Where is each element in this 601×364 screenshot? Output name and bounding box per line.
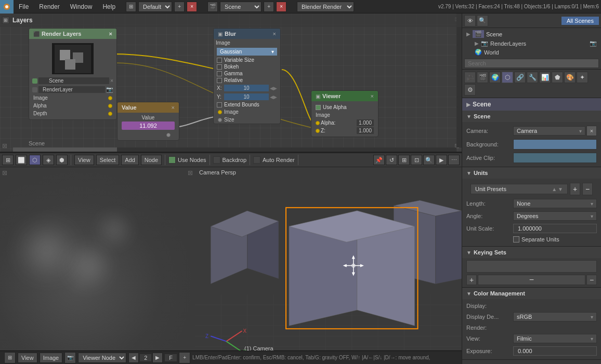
- prop-unit-scale-value[interactable]: 1.000000: [513, 224, 597, 233]
- blur-variable-checkbox[interactable]: [217, 58, 222, 63]
- node-viewport[interactable]: ⬛ Render Layers ×: [0, 14, 462, 153]
- prop-icon-data[interactable]: 📊: [539, 72, 551, 83]
- close-layout-icon[interactable]: ×: [187, 2, 197, 12]
- toolbar-more-icon[interactable]: ⋯: [448, 155, 460, 165]
- toolbar-view-btn[interactable]: View: [74, 155, 94, 165]
- layout-preset-dropdown[interactable]: Default: [138, 2, 172, 12]
- tree-world[interactable]: 🌍 World: [462, 48, 601, 57]
- toolbar-node-btn[interactable]: Node: [141, 155, 162, 165]
- unit-presets-btn[interactable]: Unit Presets ▲ ▼: [471, 184, 568, 194]
- keying-minus-btn[interactable]: −: [478, 275, 585, 285]
- f-label[interactable]: F: [165, 354, 177, 361]
- toolbar-node-type-icon[interactable]: ⬜: [16, 155, 27, 165]
- separate-units-checkbox[interactable]: [513, 236, 519, 242]
- blur-filter-type[interactable]: Gaussian ▾: [217, 48, 277, 56]
- auto-render-checkbox[interactable]: [253, 156, 260, 164]
- blur-close-icon[interactable]: ×: [273, 31, 276, 37]
- status-view-btn[interactable]: View: [18, 353, 37, 363]
- layout-icon[interactable]: ⊞: [126, 2, 136, 12]
- prop-icon-material[interactable]: ⬟: [552, 72, 563, 83]
- toolbar-grid-icon[interactable]: ⊞: [398, 155, 410, 165]
- scene-type-icon[interactable]: 🎬: [207, 2, 218, 12]
- frame-number[interactable]: 2: [140, 354, 151, 361]
- toolbar-mode-3[interactable]: ⬢: [56, 155, 68, 165]
- corner-tr[interactable]: ⊠: [188, 169, 193, 177]
- tree-scene-name[interactable]: Scene: [486, 31, 502, 37]
- node-scrollbar-v[interactable]: [456, 14, 462, 147]
- viewer-node-dropdown[interactable]: Viewer Node: [78, 353, 126, 363]
- menu-render[interactable]: Render: [34, 0, 64, 14]
- toolbar-pin-icon[interactable]: 📌: [373, 155, 385, 165]
- prop-length-value[interactable]: None ▾: [513, 199, 597, 208]
- props-search-btn[interactable]: 🔍: [477, 15, 488, 26]
- color-mgmt-header[interactable]: ▼ Color Management: [462, 288, 601, 299]
- toolbar-mode-2[interactable]: ◈: [43, 155, 54, 165]
- blur-gamma-checkbox[interactable]: [217, 71, 222, 76]
- toolbar-refresh-icon[interactable]: ↺: [386, 155, 397, 165]
- status-plus[interactable]: +: [179, 352, 190, 363]
- viewer-alpha-checkbox[interactable]: [316, 105, 321, 110]
- prop-icon-object[interactable]: ⬡: [502, 72, 513, 83]
- menu-help[interactable]: Help: [97, 0, 121, 14]
- prop-exposure-value[interactable]: 0.000: [513, 346, 597, 356]
- blur-x-value[interactable]: 10: [224, 85, 269, 91]
- status-cam-icon[interactable]: 📷: [64, 352, 76, 363]
- node-render-layers[interactable]: ⬛ Render Layers ×: [29, 28, 117, 120]
- toolbar-left-icon[interactable]: ⊞: [2, 155, 14, 165]
- prop-icon-modifiers[interactable]: 🔧: [527, 72, 538, 83]
- blender-logo-icon[interactable]: [0, 0, 14, 14]
- node-view-icon[interactable]: ⊞: [2, 17, 9, 24]
- close-scene-icon[interactable]: ×: [276, 2, 286, 12]
- node-close-icon[interactable]: ×: [109, 31, 112, 37]
- tree-render-layers[interactable]: ▶ 📷 RenderLayers 📷: [462, 39, 601, 48]
- viewer-alpha-value[interactable]: 1.000: [357, 119, 374, 126]
- prop-clip-value[interactable]: [513, 153, 597, 163]
- prop-icon-world[interactable]: 🌍: [489, 72, 501, 83]
- toolbar-add-btn[interactable]: Add: [121, 155, 139, 165]
- props-view-btn[interactable]: 👁: [464, 15, 476, 26]
- node-viewer[interactable]: ▣ Viewer × Use Alpha Image Alpha: 1.000: [311, 90, 378, 137]
- layer-value[interactable]: RenderLayer: [38, 86, 105, 93]
- toolbar-zoom-icon[interactable]: 🔍: [423, 155, 435, 165]
- scene-value[interactable]: Scene: [38, 77, 109, 84]
- scene-section-header[interactable]: ▼ Scene: [462, 111, 601, 122]
- corner-tl[interactable]: ⊠: [2, 169, 7, 177]
- all-scenes-btn[interactable]: All Scenes: [561, 17, 599, 25]
- node-value[interactable]: Value × Value 11.092: [117, 102, 179, 141]
- keying-sets-header[interactable]: ▼ Keying Sets: [462, 247, 601, 258]
- unit-add-btn[interactable]: +: [570, 183, 580, 195]
- scene-dropdown[interactable]: Scene: [220, 2, 262, 12]
- prop-angle-value[interactable]: Degrees ▾: [513, 211, 597, 221]
- menu-file[interactable]: File: [14, 0, 34, 14]
- viewer-z-value[interactable]: 1.000: [357, 127, 374, 134]
- prop-view-value[interactable]: Filmic ▾: [513, 334, 597, 343]
- toolbar-render-icon[interactable]: ▶: [436, 155, 447, 165]
- toolbar-mode-1[interactable]: ⬡: [29, 155, 41, 165]
- node-scrollbar-h-thumb[interactable]: [13, 147, 117, 152]
- status-icon[interactable]: ⊞: [4, 352, 16, 363]
- frame-next[interactable]: ▶: [152, 353, 163, 363]
- props-search-input[interactable]: [464, 59, 599, 68]
- prop-icon-particles[interactable]: ✦: [577, 72, 588, 83]
- menu-window[interactable]: Window: [65, 0, 98, 14]
- value-close-icon[interactable]: ×: [172, 104, 175, 111]
- blur-y-value[interactable]: 10: [224, 93, 269, 100]
- plus-scene-icon[interactable]: +: [264, 2, 274, 12]
- plus-icon[interactable]: +: [174, 2, 185, 12]
- keying-add-btn[interactable]: +: [466, 275, 477, 285]
- frame-prev[interactable]: ◀: [128, 353, 139, 363]
- viewport-3d[interactable]: Camera Persp ⊠ ⊠ ⊠: [195, 167, 462, 364]
- renderer-dropdown[interactable]: Blender Render: [297, 2, 354, 12]
- prop-bg-value[interactable]: [513, 139, 597, 150]
- prop-icon-texture[interactable]: 🎨: [564, 72, 576, 83]
- toolbar-frame-icon[interactable]: ⊡: [411, 155, 422, 165]
- viewer-close-icon[interactable]: ×: [371, 93, 374, 99]
- use-nodes-checkbox[interactable]: [168, 156, 176, 164]
- unit-remove-btn[interactable]: −: [582, 183, 593, 195]
- value-display[interactable]: 11.092: [122, 122, 175, 130]
- node-scrollbar-h[interactable]: [13, 147, 456, 152]
- camera-link-icon[interactable]: ×: [586, 126, 597, 136]
- blur-bokeh-checkbox[interactable]: [217, 64, 222, 70]
- prop-camera-value[interactable]: Camera ▾: [513, 126, 585, 136]
- expand-corner-icon[interactable]: ⊠: [2, 142, 7, 150]
